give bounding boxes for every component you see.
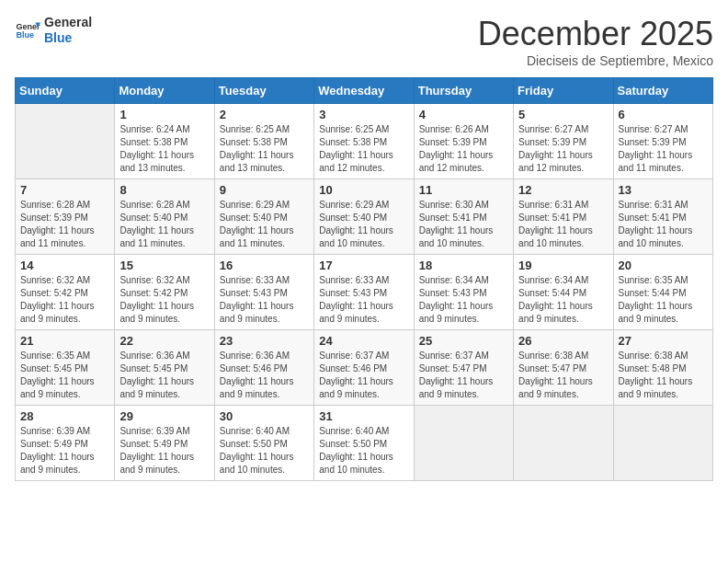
day-info: Sunrise: 6:28 AMSunset: 5:39 PMDaylight:…	[20, 199, 109, 250]
calendar-week-row: 28Sunrise: 6:39 AMSunset: 5:49 PMDayligh…	[16, 406, 713, 481]
calendar-cell: 12Sunrise: 6:31 AMSunset: 5:41 PMDayligh…	[514, 179, 613, 255]
calendar-cell: 30Sunrise: 6:40 AMSunset: 5:50 PMDayligh…	[214, 406, 313, 481]
day-number: 15	[119, 259, 209, 272]
logo-icon: General Blue	[15, 17, 40, 43]
day-number: 23	[220, 334, 309, 348]
day-number: 14	[20, 259, 109, 272]
calendar-week-row: 14Sunrise: 6:32 AMSunset: 5:42 PMDayligh…	[16, 255, 713, 330]
day-number: 29	[119, 409, 209, 423]
calendar-cell: 23Sunrise: 6:36 AMSunset: 5:46 PMDayligh…	[214, 330, 313, 406]
day-info: Sunrise: 6:33 AMSunset: 5:43 PMDaylight:…	[319, 274, 408, 326]
day-info: Sunrise: 6:36 AMSunset: 5:46 PMDaylight:…	[220, 350, 309, 401]
day-info: Sunrise: 6:33 AMSunset: 5:43 PMDaylight:…	[220, 274, 309, 326]
day-info: Sunrise: 6:35 AMSunset: 5:44 PMDaylight:…	[619, 274, 708, 326]
header-monday: Monday	[115, 78, 214, 104]
header-wednesday: Wednesday	[314, 78, 414, 104]
title-section: December 2025 Dieciseis de Septiembre, M…	[478, 15, 713, 68]
logo-general: General	[44, 15, 92, 30]
day-number: 30	[220, 409, 309, 423]
calendar-week-row: 1Sunrise: 6:24 AMSunset: 5:38 PMDaylight…	[16, 104, 713, 179]
header-sunday: Sunday	[16, 78, 115, 104]
day-number: 16	[220, 259, 309, 272]
day-info: Sunrise: 6:40 AMSunset: 5:50 PMDaylight:…	[319, 425, 408, 477]
header-friday: Friday	[514, 78, 613, 104]
calendar-cell: 2Sunrise: 6:25 AMSunset: 5:38 PMDaylight…	[214, 104, 313, 179]
calendar-cell: 5Sunrise: 6:27 AMSunset: 5:39 PMDaylight…	[514, 104, 613, 179]
day-info: Sunrise: 6:25 AMSunset: 5:38 PMDaylight:…	[220, 123, 309, 175]
calendar-cell	[613, 406, 712, 481]
day-number: 6	[619, 108, 708, 121]
day-info: Sunrise: 6:39 AMSunset: 5:49 PMDaylight:…	[119, 425, 209, 477]
calendar-cell: 18Sunrise: 6:34 AMSunset: 5:43 PMDayligh…	[414, 255, 513, 330]
calendar-cell: 25Sunrise: 6:37 AMSunset: 5:47 PMDayligh…	[414, 330, 513, 406]
day-info: Sunrise: 6:32 AMSunset: 5:42 PMDaylight:…	[119, 274, 209, 326]
day-number: 17	[319, 259, 408, 272]
day-number: 24	[319, 334, 408, 348]
day-number: 9	[220, 183, 309, 197]
day-info: Sunrise: 6:36 AMSunset: 5:45 PMDaylight:…	[119, 350, 209, 401]
day-number: 10	[319, 183, 408, 197]
day-info: Sunrise: 6:32 AMSunset: 5:42 PMDaylight:…	[20, 274, 109, 326]
calendar-cell: 22Sunrise: 6:36 AMSunset: 5:45 PMDayligh…	[115, 330, 214, 406]
calendar-cell	[16, 104, 115, 179]
calendar-cell: 26Sunrise: 6:38 AMSunset: 5:47 PMDayligh…	[514, 330, 613, 406]
calendar-cell: 9Sunrise: 6:29 AMSunset: 5:40 PMDaylight…	[214, 179, 313, 255]
day-info: Sunrise: 6:31 AMSunset: 5:41 PMDaylight:…	[619, 199, 708, 250]
calendar-cell: 7Sunrise: 6:28 AMSunset: 5:39 PMDaylight…	[16, 179, 115, 255]
calendar-cell: 11Sunrise: 6:30 AMSunset: 5:41 PMDayligh…	[414, 179, 513, 255]
calendar-cell: 29Sunrise: 6:39 AMSunset: 5:49 PMDayligh…	[115, 406, 214, 481]
calendar-week-row: 7Sunrise: 6:28 AMSunset: 5:39 PMDaylight…	[16, 179, 713, 255]
calendar-cell: 1Sunrise: 6:24 AMSunset: 5:38 PMDaylight…	[115, 104, 214, 179]
calendar-cell: 10Sunrise: 6:29 AMSunset: 5:40 PMDayligh…	[314, 179, 414, 255]
day-number: 28	[20, 409, 109, 423]
day-info: Sunrise: 6:30 AMSunset: 5:41 PMDaylight:…	[419, 199, 508, 250]
calendar-cell: 8Sunrise: 6:28 AMSunset: 5:40 PMDaylight…	[115, 179, 214, 255]
calendar-cell: 21Sunrise: 6:35 AMSunset: 5:45 PMDayligh…	[16, 330, 115, 406]
day-number: 12	[518, 183, 608, 197]
day-number: 5	[518, 108, 608, 121]
day-number: 26	[518, 334, 608, 348]
calendar-cell: 28Sunrise: 6:39 AMSunset: 5:49 PMDayligh…	[16, 406, 115, 481]
day-number: 22	[119, 334, 209, 348]
calendar-cell: 15Sunrise: 6:32 AMSunset: 5:42 PMDayligh…	[115, 255, 214, 330]
day-number: 7	[20, 183, 109, 197]
day-info: Sunrise: 6:29 AMSunset: 5:40 PMDaylight:…	[319, 199, 408, 250]
logo-blue: Blue	[44, 30, 92, 46]
day-number: 19	[518, 259, 608, 272]
calendar-cell: 13Sunrise: 6:31 AMSunset: 5:41 PMDayligh…	[613, 179, 712, 255]
day-info: Sunrise: 6:34 AMSunset: 5:44 PMDaylight:…	[518, 274, 608, 326]
day-info: Sunrise: 6:27 AMSunset: 5:39 PMDaylight:…	[619, 123, 708, 175]
day-info: Sunrise: 6:39 AMSunset: 5:49 PMDaylight:…	[20, 425, 109, 477]
page-header: General Blue General Blue December 2025 …	[15, 15, 713, 68]
day-number: 11	[419, 183, 508, 197]
calendar-cell: 3Sunrise: 6:25 AMSunset: 5:38 PMDaylight…	[314, 104, 414, 179]
day-number: 2	[220, 108, 309, 121]
calendar-table: SundayMondayTuesdayWednesdayThursdayFrid…	[15, 77, 713, 481]
day-number: 8	[119, 183, 209, 197]
day-info: Sunrise: 6:27 AMSunset: 5:39 PMDaylight:…	[518, 123, 608, 175]
day-info: Sunrise: 6:38 AMSunset: 5:48 PMDaylight:…	[619, 350, 708, 401]
svg-text:Blue: Blue	[16, 30, 34, 40]
logo: General Blue General Blue	[15, 15, 92, 46]
day-info: Sunrise: 6:24 AMSunset: 5:38 PMDaylight:…	[119, 123, 209, 175]
calendar-cell: 16Sunrise: 6:33 AMSunset: 5:43 PMDayligh…	[214, 255, 313, 330]
calendar-cell: 20Sunrise: 6:35 AMSunset: 5:44 PMDayligh…	[613, 255, 712, 330]
day-info: Sunrise: 6:26 AMSunset: 5:39 PMDaylight:…	[419, 123, 508, 175]
calendar-cell: 19Sunrise: 6:34 AMSunset: 5:44 PMDayligh…	[514, 255, 613, 330]
calendar-week-row: 21Sunrise: 6:35 AMSunset: 5:45 PMDayligh…	[16, 330, 713, 406]
day-number: 1	[119, 108, 209, 121]
day-number: 18	[419, 259, 508, 272]
day-info: Sunrise: 6:40 AMSunset: 5:50 PMDaylight:…	[220, 425, 309, 477]
day-number: 27	[619, 334, 708, 348]
location-subtitle: Dieciseis de Septiembre, Mexico	[478, 53, 713, 68]
header-thursday: Thursday	[414, 78, 513, 104]
calendar-cell	[514, 406, 613, 481]
day-number: 21	[20, 334, 109, 348]
header-tuesday: Tuesday	[214, 78, 313, 104]
calendar-cell	[414, 406, 513, 481]
calendar-cell: 17Sunrise: 6:33 AMSunset: 5:43 PMDayligh…	[314, 255, 414, 330]
day-info: Sunrise: 6:28 AMSunset: 5:40 PMDaylight:…	[119, 199, 209, 250]
day-info: Sunrise: 6:25 AMSunset: 5:38 PMDaylight:…	[319, 123, 408, 175]
day-info: Sunrise: 6:35 AMSunset: 5:45 PMDaylight:…	[20, 350, 109, 401]
calendar-cell: 14Sunrise: 6:32 AMSunset: 5:42 PMDayligh…	[16, 255, 115, 330]
